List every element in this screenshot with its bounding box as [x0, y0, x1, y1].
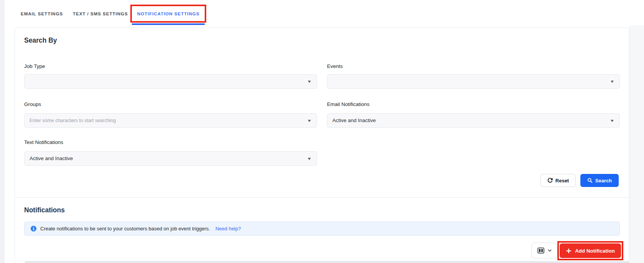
text-notifications-label: Text Notifications — [24, 139, 63, 145]
job-type-select[interactable] — [24, 74, 317, 89]
tab-text-sms-settings[interactable]: TEXT / SMS SETTINGS — [73, 12, 128, 16]
table-top-border — [25, 261, 629, 263]
annotation-box-add-notification: Add Notification — [557, 241, 623, 260]
info-banner: i Create notifications to be sent to you… — [24, 222, 620, 236]
search-button-label: Search — [595, 178, 612, 184]
search-icon — [587, 178, 593, 183]
caret-down-icon — [308, 120, 311, 122]
add-notification-button[interactable]: Add Notification — [560, 243, 621, 258]
active-tab-underline — [132, 23, 205, 25]
section-divider — [15, 197, 629, 198]
events-label: Events — [327, 63, 343, 69]
groups-select[interactable] — [24, 113, 317, 128]
caret-down-icon — [308, 158, 311, 160]
info-banner-text: Create notifications to be sent to your … — [40, 226, 210, 232]
page-left-edge — [0, 0, 5, 263]
text-notifications-value: Active and Inactive — [30, 152, 73, 165]
annotation-box-active-tab: NOTIFICATION SETTINGS — [130, 5, 206, 23]
page-background-right — [629, 25, 644, 263]
caret-down-icon — [611, 120, 614, 122]
refresh-icon — [547, 178, 553, 183]
reset-button[interactable]: Reset — [540, 174, 576, 187]
caret-down-icon — [308, 81, 311, 83]
email-notifications-label: Email Notifications — [327, 101, 370, 107]
notifications-title: Notifications — [24, 206, 65, 214]
tab-email-settings[interactable]: EMAIL SETTINGS — [21, 12, 63, 16]
groups-label: Groups — [24, 101, 41, 107]
column-options-button[interactable] — [531, 243, 557, 258]
email-notifications-select[interactable]: Active and Inactive — [327, 113, 620, 128]
reset-button-label: Reset — [555, 178, 569, 184]
tab-notification-settings[interactable]: NOTIFICATION SETTINGS — [137, 12, 200, 16]
search-button[interactable]: Search — [580, 174, 619, 187]
caret-down-icon — [611, 81, 614, 83]
add-notification-label: Add Notification — [575, 248, 615, 254]
need-help-link[interactable]: Need help? — [215, 226, 241, 232]
email-notifications-value: Active and Inactive — [332, 114, 376, 127]
plus-icon — [566, 248, 572, 254]
text-notifications-select[interactable]: Active and Inactive — [24, 151, 317, 166]
columns-icon — [537, 247, 544, 254]
info-icon: i — [31, 226, 36, 232]
settings-card: Search By Job Type Events Groups Email N… — [15, 28, 629, 263]
events-select[interactable] — [327, 74, 620, 89]
job-type-label: Job Type — [24, 63, 45, 69]
groups-search-input[interactable] — [25, 114, 317, 127]
search-by-title: Search By — [24, 36, 57, 45]
chevron-down-icon — [548, 249, 552, 252]
